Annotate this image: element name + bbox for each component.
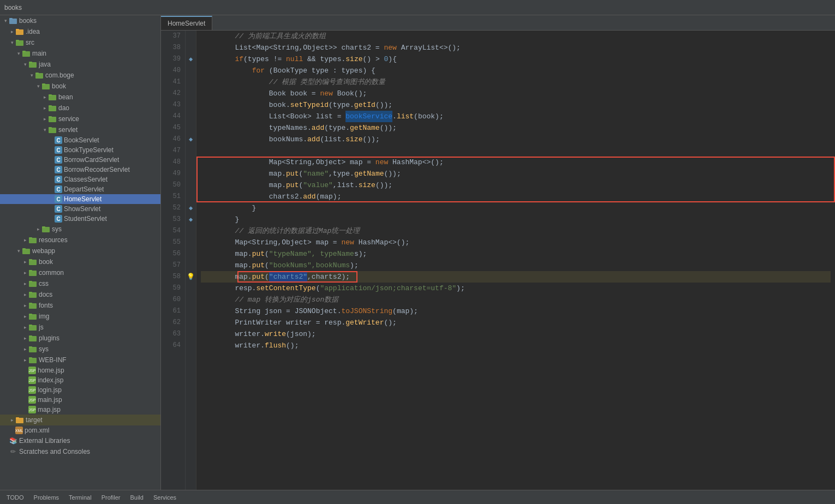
line-number-41: 41 (163, 76, 181, 88)
sidebar-item-book[interactable]: book (0, 81, 160, 92)
line-num-text: 41 (173, 77, 181, 87)
code-token: map. (201, 260, 252, 271)
status-btn-problems[interactable]: Problems (29, 493, 63, 502)
sidebar-item-BorrowRecoderServlet[interactable]: CBorrowRecoderServlet (0, 165, 160, 175)
sidebar-item-fonts[interactable]: fonts (0, 300, 160, 311)
sidebar-item-homejsp[interactable]: JSPhome.jsp (0, 365, 160, 375)
code-token: typeNames. (201, 122, 312, 134)
sidebar-item-BookServlet[interactable]: CBookServlet (0, 135, 160, 145)
sidebar-item-scratches[interactable]: ✏Scratches and Consoles (0, 446, 160, 457)
sidebar-item-bean[interactable]: bean (0, 92, 160, 103)
line-num-text: 63 (173, 329, 181, 339)
code-content[interactable]: // 为前端工具生成火的数组 List<Map<String,Object>> … (196, 31, 835, 351)
status-btn-services[interactable]: Services (149, 493, 181, 502)
bookmark-48 (186, 157, 196, 168)
sidebar-item-resources[interactable]: resources (0, 235, 160, 245)
svg-rect-27 (22, 248, 26, 250)
line-num-text: 51 (173, 191, 181, 202)
code-token: // 为前端工具生成火的数组 (235, 31, 325, 42)
sidebar-item-wbook[interactable]: book (0, 256, 160, 267)
sidebar-item-label: Scratches and Consoles (19, 448, 160, 455)
sidebar-item-label: common (39, 269, 160, 277)
status-btn-build[interactable]: Build (126, 493, 147, 502)
sidebar-item-mainjsp[interactable]: JSPmain.jsp (0, 395, 160, 405)
bookmark-63 (186, 328, 196, 340)
sidebar-item-indexjsp[interactable]: JSPindex.jsp (0, 375, 160, 385)
code-token: new (384, 42, 396, 53)
arrow-icon (9, 417, 15, 423)
folder-icon (28, 345, 37, 353)
code-token: ( (299, 168, 303, 179)
bookmark-37 (186, 31, 196, 42)
status-btn-terminal[interactable]: Terminal (64, 493, 96, 502)
arrow-icon (22, 291, 28, 298)
sidebar-item-plugins[interactable]: plugins (0, 333, 160, 344)
sidebar-item-servlet[interactable]: servlet (0, 124, 160, 135)
sidebar-item-src[interactable]: src (0, 37, 160, 48)
code-line-42: Book book = new Book(); (201, 88, 831, 99)
sidebar-item-common[interactable]: common (0, 267, 160, 278)
folder-icon (28, 334, 37, 343)
sidebar-item-comboge[interactable]: com.boge (0, 70, 160, 81)
sidebar-item-sys[interactable]: sys (0, 224, 160, 235)
code-line-38: List<Map<String,Object>> charts2 = new A… (201, 42, 831, 53)
arrow-icon (22, 237, 28, 243)
folder-icon (15, 27, 24, 36)
sidebar-item-img[interactable]: img (0, 311, 160, 322)
sidebar-item-loginjsp[interactable]: JSPlogin.jsp (0, 385, 160, 395)
sidebar-item-label: main.jsp (38, 396, 160, 404)
code-scroll-area[interactable]: 3738394041424344454647484950515253545556… (161, 31, 835, 490)
sidebar-item-HomeServlet[interactable]: CHomeServlet (0, 194, 160, 204)
bookmark-39: ◆ (186, 53, 196, 65)
status-btn-profiler[interactable]: Profiler (97, 493, 125, 502)
sidebar-item-js[interactable]: js (0, 322, 160, 333)
sidebar-item-idea[interactable]: .idea (0, 26, 160, 37)
line-num-text: 64 (173, 340, 181, 351)
sidebar-item-dao[interactable]: dao (0, 103, 160, 113)
code-token: ( (265, 260, 269, 271)
sidebar-item-main[interactable]: main (0, 48, 160, 59)
svg-rect-9 (29, 62, 32, 63)
sidebar-item-label: servlet (58, 126, 160, 134)
line-number-49: 49 (163, 168, 181, 179)
line-number-63: 63 (163, 328, 181, 340)
svg-rect-31 (29, 270, 32, 272)
sidebar-item-label: HomeServlet (64, 195, 160, 203)
sidebar-item-DepartServlet[interactable]: CDepartServlet (0, 184, 160, 194)
code-token: ( (316, 283, 320, 294)
code-token: add (312, 122, 324, 134)
code-token: put (252, 271, 265, 283)
code-line-60: // map 转换为对应的json数据 (201, 294, 831, 305)
sidebar-item-target[interactable]: target (0, 415, 160, 425)
line-number-51: 51 (163, 191, 181, 202)
status-btn-todo[interactable]: TODO (2, 493, 28, 502)
arrow-icon (22, 324, 28, 331)
bookmark-38 (186, 42, 196, 53)
sidebar-item-BookTypeServlet[interactable]: CBookTypeServlet (0, 145, 160, 155)
sidebar-item-ShowServlet[interactable]: CShowServlet (0, 204, 160, 214)
sidebar-item-extlibs[interactable]: 📚External Libraries (0, 435, 160, 446)
sidebar-item-books[interactable]: books (0, 15, 160, 26)
sidebar-item-webapp[interactable]: webapp (0, 245, 160, 256)
line-num-text: 49 (173, 169, 181, 179)
code-token: . (392, 111, 397, 122)
sidebar-item-wsys[interactable]: sys (0, 344, 160, 355)
editor-tab-homeservlet[interactable]: HomeServlet (161, 16, 212, 30)
sidebar-item-pomxml[interactable]: XMLpom.xml (0, 425, 160, 435)
sidebar-item-css[interactable]: css (0, 278, 160, 289)
code-line-48: Map<String,Object> map = new HashMap<>()… (201, 157, 831, 168)
code-line-50: map.put("value",list.size()); (201, 179, 831, 191)
sidebar-item-StudentServlet[interactable]: CStudentServlet (0, 214, 160, 224)
sidebar-item-java[interactable]: java (0, 59, 160, 70)
code-line-64: writer.flush(); (201, 340, 831, 351)
sidebar-item-ClassesServlet[interactable]: CClassesServlet (0, 175, 160, 184)
sidebar-item-service[interactable]: service (0, 113, 160, 124)
sidebar-item-docs[interactable]: docs (0, 289, 160, 300)
sidebar-item-BorrowCardServlet[interactable]: CBorrowCardServlet (0, 155, 160, 165)
svg-rect-39 (29, 314, 32, 315)
sidebar[interactable]: books .idea src main java com.boge book … (0, 15, 161, 490)
code-token: map. (201, 248, 252, 260)
line-number-52: 52 (163, 202, 181, 214)
sidebar-item-mapjsp[interactable]: JSPmap.jsp (0, 405, 160, 415)
sidebar-item-WEB-INF[interactable]: WEB-INF (0, 355, 160, 365)
